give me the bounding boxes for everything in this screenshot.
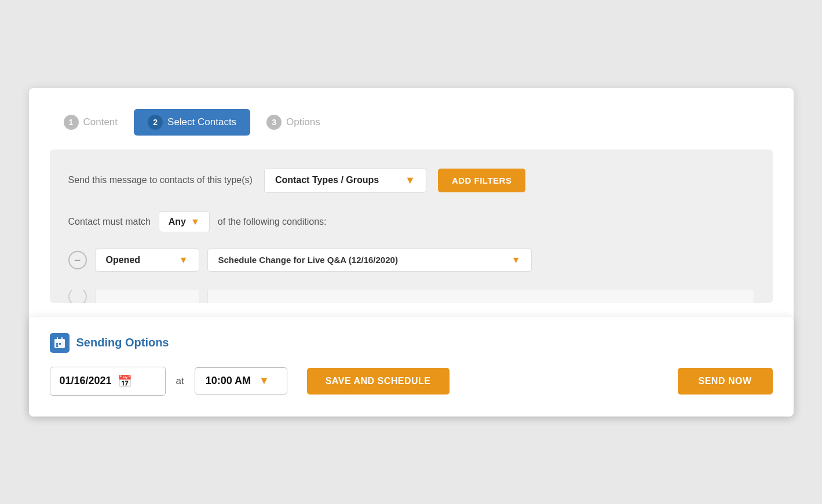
opened-chevron-icon: ▼ — [179, 255, 188, 265]
svg-rect-5 — [59, 343, 61, 345]
time-value: 10:00 AM — [206, 375, 251, 387]
partial-minus-icon — [68, 290, 87, 303]
partial-input-1 — [95, 290, 199, 303]
svg-rect-1 — [54, 339, 65, 342]
main-panel: Send this message to contacts of this ty… — [50, 149, 773, 303]
step-num-3: 3 — [266, 115, 282, 130]
sending-options-row: 01/16/2021 📅 at 10:00 AM ▼ SAVE AND SCHE… — [50, 367, 773, 396]
step-num-1: 1 — [64, 115, 79, 130]
step-label-select-contacts: Select Contacts — [167, 116, 236, 128]
send-row-label: Send this message to contacts of this ty… — [68, 175, 253, 185]
sending-options-title: Sending Options — [76, 336, 169, 349]
svg-rect-4 — [56, 343, 58, 345]
opened-label: Opened — [106, 255, 141, 265]
step-num-2: 2 — [148, 115, 163, 130]
calendar-small-icon: 📅 — [118, 374, 132, 388]
steps-bar: 1 Content 2 Select Contacts 3 Options — [50, 109, 773, 136]
step-content[interactable]: 1 Content — [50, 109, 132, 136]
step-label-content: Content — [83, 116, 118, 128]
date-value: 01/16/2021 — [60, 375, 112, 387]
schedule-dropdown[interactable]: Schedule Change for Live Q&A (12/16/2020… — [207, 249, 532, 272]
step-select-contacts[interactable]: 2 Select Contacts — [134, 109, 250, 136]
schedule-label: Schedule Change for Live Q&A (12/16/2020… — [218, 255, 398, 265]
partial-input-2 — [207, 290, 754, 303]
contact-types-label: Contact Types / Groups — [275, 175, 379, 185]
any-chevron-icon: ▼ — [191, 217, 200, 227]
time-dropdown[interactable]: 10:00 AM ▼ — [195, 367, 287, 395]
step-label-options: Options — [286, 116, 320, 128]
send-row: Send this message to contacts of this ty… — [68, 168, 754, 193]
time-chevron-icon: ▼ — [259, 375, 269, 387]
sending-options-panel: Sending Options 01/16/2021 📅 at 10:00 AM… — [29, 317, 794, 417]
opened-dropdown[interactable]: Opened ▼ — [95, 249, 199, 272]
condition-row: Opened ▼ Schedule Change for Live Q&A (1… — [68, 249, 754, 290]
step-options[interactable]: 3 Options — [253, 109, 334, 136]
schedule-chevron-icon: ▼ — [512, 255, 521, 265]
any-dropdown[interactable]: Any ▼ — [159, 211, 210, 232]
send-now-button[interactable]: SEND NOW — [678, 368, 773, 395]
contact-types-chevron-icon: ▼ — [405, 174, 415, 187]
save-schedule-button[interactable]: SAVE AND SCHEDULE — [307, 368, 450, 395]
match-prefix: Contact must match — [68, 217, 151, 227]
date-input[interactable]: 01/16/2021 📅 — [50, 367, 166, 396]
any-label: Any — [169, 217, 186, 227]
svg-rect-6 — [56, 345, 58, 347]
at-label: at — [176, 375, 184, 387]
calendar-icon — [50, 333, 70, 353]
match-row: Contact must match Any ▼ of the followin… — [68, 211, 754, 232]
remove-condition-button[interactable] — [68, 251, 87, 269]
match-suffix: of the following conditions: — [218, 217, 327, 227]
add-filters-button[interactable]: ADD FILTERS — [438, 169, 526, 192]
partial-condition-row — [68, 290, 754, 303]
sending-options-header: Sending Options — [50, 333, 773, 353]
contact-types-dropdown[interactable]: Contact Types / Groups ▼ — [264, 168, 426, 193]
